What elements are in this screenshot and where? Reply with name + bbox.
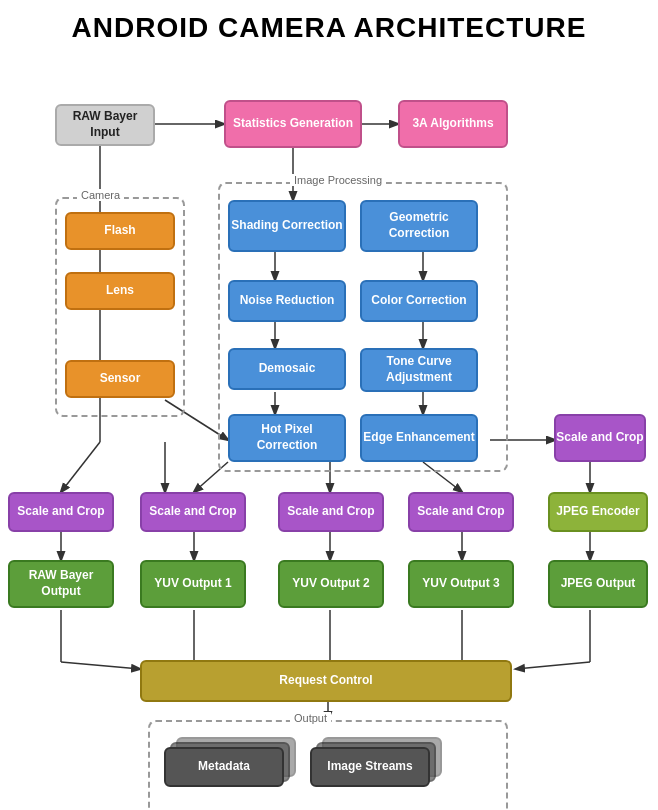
page-title: ANDROID CAMERA ARCHITECTURE — [0, 0, 658, 52]
svg-line-19 — [61, 662, 140, 669]
scale-crop-2: Scale and Crop — [140, 492, 246, 532]
image-processing-label: Image Processing — [290, 174, 386, 186]
image-streams: Image Streams — [310, 747, 430, 787]
geometric-correction: Geometric Correction — [360, 200, 478, 252]
jpeg-output: JPEG Output — [548, 560, 648, 608]
yuv1: YUV Output 1 — [140, 560, 246, 608]
raw-output: RAW Bayer Output — [8, 560, 114, 608]
scale-crop-3: Scale and Crop — [278, 492, 384, 532]
shading-correction: Shading Correction — [228, 200, 346, 252]
flash: Flash — [65, 212, 175, 250]
noise-reduction: Noise Reduction — [228, 280, 346, 322]
svg-line-24 — [516, 662, 590, 669]
tone-curve: Tone Curve Adjustment — [360, 348, 478, 392]
yuv3: YUV Output 3 — [408, 560, 514, 608]
stats-gen: Statistics Generation — [224, 100, 362, 148]
camera-label: Camera — [77, 189, 124, 201]
edge-enhancement: Edge Enhancement — [360, 414, 478, 462]
demosaic: Demosaic — [228, 348, 346, 390]
lens: Lens — [65, 272, 175, 310]
sensor: Sensor — [65, 360, 175, 398]
scale-crop-right: Scale and Crop — [554, 414, 646, 462]
yuv2: YUV Output 2 — [278, 560, 384, 608]
metadata: Metadata — [164, 747, 284, 787]
color-correction: Color Correction — [360, 280, 478, 322]
hot-pixel: Hot Pixel Correction — [228, 414, 346, 462]
svg-line-3 — [61, 442, 100, 492]
scale-crop-4: Scale and Crop — [408, 492, 514, 532]
scale-crop-1: Scale and Crop — [8, 492, 114, 532]
raw-bayer-input: RAW Bayer Input — [55, 104, 155, 146]
jpeg-encoder: JPEG Encoder — [548, 492, 648, 532]
output-label: Output — [290, 712, 331, 724]
request-control: Request Control — [140, 660, 512, 702]
algorithms-3a: 3A Algorithms — [398, 100, 508, 148]
